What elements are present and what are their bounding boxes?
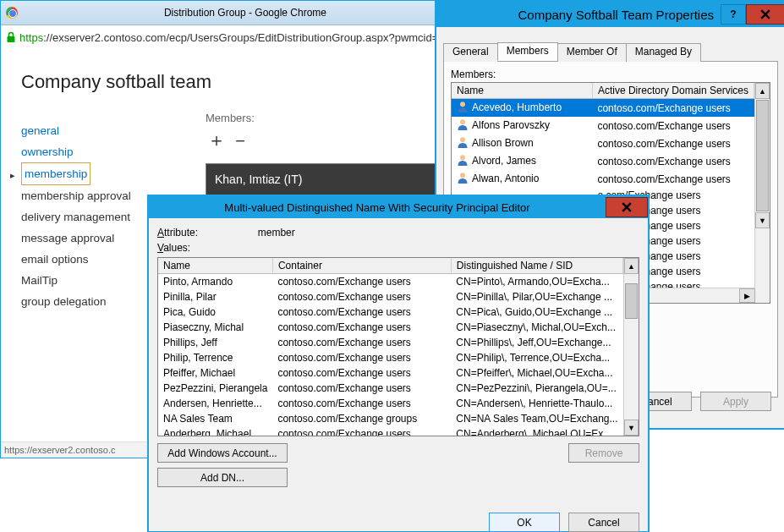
- table-row[interactable]: PezPezzini, Pierangelacontoso.com/Exchan…: [158, 381, 623, 396]
- scroll-up-icon[interactable]: ▲: [624, 258, 639, 274]
- close-button[interactable]: [746, 4, 784, 25]
- values-list[interactable]: Name Container Distinguished Name / SID …: [157, 257, 639, 436]
- table-row[interactable]: Pica, Guidocontoso.com/Exchange usersCN=…: [158, 304, 623, 320]
- editor-title: Multi-valued Distinguished Name With Sec…: [149, 201, 606, 214]
- cell-container: contoso.com/Exchange users: [272, 274, 451, 290]
- apply-button[interactable]: Apply: [700, 392, 771, 411]
- table-row[interactable]: Andersen, Henriette...contoso.com/Exchan…: [158, 396, 623, 411]
- close-button[interactable]: [606, 197, 648, 217]
- editor-titlebar[interactable]: Multi-valued Distinguished Name With Sec…: [149, 196, 648, 218]
- chrome-favicon: [6, 7, 18, 19]
- vscrollbar[interactable]: ▲ ▼: [623, 258, 639, 436]
- col-adds[interactable]: Active Directory Domain Services: [592, 83, 754, 99]
- table-row[interactable]: Alfons Parovszkycontoso.com/Exchange use…: [452, 117, 754, 134]
- url-text: https://exserver2.contoso.com/ecp/UsersG…: [19, 31, 458, 44]
- vscrollbar[interactable]: ▲ ▼: [754, 83, 770, 303]
- user-icon: [457, 154, 469, 168]
- nav-delivery-management[interactable]: delivery management: [21, 206, 131, 228]
- properties-titlebar[interactable]: Company Softball Team Properties ?: [436, 2, 784, 27]
- members-label: Members:: [451, 69, 770, 80]
- cell-dn: CN=Anderberg\, Michael,OU=Ex...: [451, 426, 622, 436]
- cell-folder: contoso.com/Exchange users: [592, 170, 754, 188]
- cell-container: contoso.com/Exchange users: [272, 304, 451, 320]
- cell-name: Pinilla, Pilar: [158, 289, 272, 304]
- ok-button[interactable]: OK: [489, 513, 560, 532]
- table-row[interactable]: Alwan, Antoniocontoso.com/Exchange users: [452, 170, 754, 188]
- svg-point-10: [460, 155, 465, 160]
- cell-dn: CN=Andersen\, Henriette-Thaulo...: [451, 396, 622, 411]
- cell-container: contoso.com/Exchange users: [272, 289, 451, 304]
- table-row[interactable]: Allison Browncontoso.com/Exchange users: [452, 134, 754, 152]
- col-name[interactable]: Name: [452, 83, 592, 99]
- cancel-button[interactable]: Cancel: [568, 513, 639, 532]
- chrome-title: Distribution Group - Google Chrome: [25, 7, 466, 19]
- scroll-right-icon[interactable]: ▶: [739, 288, 755, 303]
- table-row[interactable]: Piaseczny, Michalcontoso.com/Exchange us…: [158, 320, 623, 335]
- add-member-icon[interactable]: ＋: [207, 129, 231, 151]
- tab-managed-by[interactable]: Managed By: [626, 43, 701, 62]
- svg-point-7: [460, 101, 465, 107]
- cell-folder: contoso.com/Exchange users: [592, 134, 754, 152]
- sidebar-nav: general ownership membership membership …: [21, 120, 131, 312]
- cell-dn: CN=Pica\, Guido,OU=Exchange ...: [451, 304, 622, 320]
- table-row[interactable]: Pinilla, Pilarcontoso.com/Exchange users…: [158, 289, 623, 304]
- cell-name: Pica, Guido: [158, 304, 272, 320]
- user-icon: [457, 101, 469, 115]
- cell-name: Phillips, Jeff: [158, 335, 272, 350]
- table-row[interactable]: Phillips, Jeffcontoso.com/Exchange users…: [158, 335, 623, 350]
- scroll-thumb[interactable]: [625, 283, 638, 319]
- cell-name: Piaseczny, Michal: [158, 320, 272, 335]
- help-button[interactable]: ?: [721, 4, 746, 25]
- member-row[interactable]: Khan, Imtiaz (IT): [206, 164, 451, 195]
- remove-member-icon[interactable]: －: [231, 129, 255, 151]
- cell-dn: CN=NA Sales Team,OU=Exchang...: [451, 411, 622, 426]
- nav-email-options[interactable]: email options: [21, 249, 131, 270]
- tab-general[interactable]: General: [443, 43, 498, 62]
- add-dn-button[interactable]: Add DN...: [157, 468, 288, 487]
- tab-member-of[interactable]: Member Of: [557, 43, 627, 62]
- tab-members[interactable]: Members: [497, 42, 558, 61]
- nav-ownership[interactable]: ownership: [21, 141, 131, 162]
- scroll-down-icon[interactable]: ▼: [624, 420, 639, 436]
- cell-name: Acevedo, Humberto: [452, 99, 592, 118]
- add-windows-account-button[interactable]: Add Windows Account...: [157, 443, 288, 463]
- user-icon: [457, 172, 469, 186]
- cell-container: contoso.com/Exchange users: [272, 365, 451, 381]
- remove-button[interactable]: Remove: [568, 443, 639, 463]
- svg-point-11: [460, 173, 465, 178]
- svg-point-8: [460, 119, 465, 124]
- table-row[interactable]: Pinto, Armandocontoso.com/Exchange users…: [158, 274, 623, 290]
- nav-membership[interactable]: membership: [21, 162, 131, 185]
- attribute-label: Attribute:: [157, 227, 198, 239]
- cell-container: contoso.com/Exchange groups: [272, 411, 451, 426]
- nav-message-approval[interactable]: message approval: [21, 228, 131, 249]
- col-name[interactable]: Name: [158, 258, 272, 274]
- table-row[interactable]: Pfeiffer, Michaelcontoso.com/Exchange us…: [158, 365, 623, 381]
- lock-icon: [6, 31, 16, 43]
- cell-name: Pfeiffer, Michael: [158, 365, 272, 381]
- nav-mailtip[interactable]: MailTip: [21, 270, 131, 291]
- cell-dn: CN=Philip\, Terrence,OU=Excha...: [451, 350, 622, 365]
- table-row[interactable]: Acevedo, Humbertocontoso.com/Exchange us…: [452, 99, 754, 118]
- properties-title: Company Softball Team Properties: [436, 8, 721, 22]
- nav-general[interactable]: general: [21, 120, 131, 141]
- user-icon: [457, 118, 469, 133]
- members-list[interactable]: Khan, Imtiaz (IT) ▲ ▼: [206, 163, 468, 195]
- nav-membership-approval[interactable]: membership approval: [21, 185, 131, 206]
- table-row[interactable]: Alvord, Jamescontoso.com/Exchange users: [452, 152, 754, 170]
- cell-container: contoso.com/Exchange users: [272, 381, 451, 396]
- scroll-up-icon[interactable]: ▲: [755, 83, 770, 99]
- cell-dn: CN=PezPezzini\, Pierangela,OU=...: [451, 381, 622, 396]
- scroll-thumb[interactable]: [756, 100, 769, 211]
- table-row[interactable]: Philip, Terrencecontoso.com/Exchange use…: [158, 350, 623, 365]
- scroll-down-icon[interactable]: ▼: [755, 212, 770, 228]
- col-container[interactable]: Container: [272, 258, 451, 274]
- cell-name: Pinto, Armando: [158, 274, 272, 290]
- help-icon: ?: [730, 8, 736, 20]
- nav-group-delegation[interactable]: group delegation: [21, 291, 131, 312]
- table-row[interactable]: NA Sales Teamcontoso.com/Exchange groups…: [158, 411, 623, 426]
- col-dn[interactable]: Distinguished Name / SID: [451, 258, 622, 274]
- table-row[interactable]: Anderberg, Michaelcontoso.com/Exchange u…: [158, 426, 623, 436]
- cell-container: contoso.com/Exchange users: [272, 396, 451, 411]
- dn-editor-dialog: Multi-valued Distinguished Name With Sec…: [147, 195, 650, 532]
